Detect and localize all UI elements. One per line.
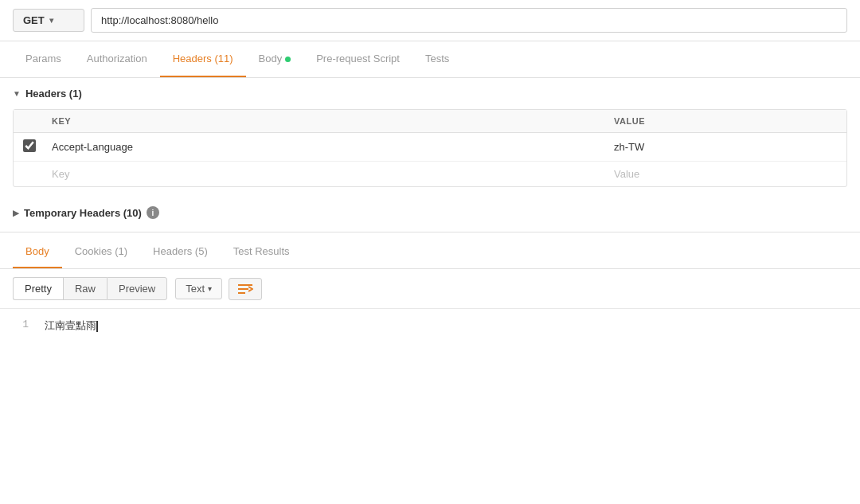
info-icon[interactable]: i [147,206,159,219]
method-chevron: ▾ [49,16,53,25]
row1-value[interactable]: zh-TW [614,141,837,153]
table-header-row: KEY VALUE [14,110,846,133]
format-dropdown[interactable]: Text ▾ [175,278,222,299]
row1-checkbox-cell [23,139,52,154]
resp-tab-headers[interactable]: Headers (5) [140,236,221,268]
row2-key-placeholder[interactable]: Key [52,168,614,180]
method-select[interactable]: GET ▾ [13,9,84,32]
row1-checkbox[interactable] [23,139,36,152]
code-text[interactable]: 江南壹點雨 [45,318,98,347]
col-header-value: VALUE [614,116,837,126]
row2-value-placeholder[interactable]: Value [614,168,837,180]
temp-headers-title: Temporary Headers (10) [24,207,142,219]
view-btn-raw[interactable]: Raw [63,277,107,300]
resp-tab-cookies[interactable]: Cookies (1) [62,236,140,268]
tab-params[interactable]: Params [13,41,74,77]
headers-section: ▼ Headers (1) KEY VALUE Accept-Language … [0,78,860,187]
line-numbers: 1 [13,318,29,347]
col-header-key: KEY [52,116,614,126]
temp-triangle: ▶ [13,209,19,217]
page-wrapper: GET ▾ Params Authorization Headers (11) … [0,0,860,504]
table-row-placeholder: Key Value [14,162,846,186]
headers-section-header[interactable]: ▼ Headers (1) [0,78,860,109]
resp-tab-body[interactable]: Body [13,236,62,268]
tab-tests[interactable]: Tests [412,41,462,77]
col-header-checkbox [23,116,52,126]
view-btn-preview[interactable]: Preview [107,277,167,300]
body-content: 1 江南壹點雨 [0,309,860,357]
wrap-button[interactable] [229,278,262,300]
request-tabs: Params Authorization Headers (11) Body P… [0,41,860,78]
temp-headers-section[interactable]: ▶ Temporary Headers (10) i [0,197,860,229]
resp-tab-test-results[interactable]: Test Results [221,236,303,268]
method-label: GET [23,14,45,26]
tab-headers[interactable]: Headers (11) [160,41,246,77]
tab-authorization[interactable]: Authorization [74,41,160,77]
response-tabs: Body Cookies (1) Headers (5) Test Result… [0,236,860,269]
headers-table: KEY VALUE Accept-Language zh-TW Key Valu… [13,109,847,187]
tab-pre-request[interactable]: Pre-request Script [303,41,412,77]
headers-section-title: Headers (1) [25,88,82,100]
view-controls: Pretty Raw Preview Text ▾ [0,269,860,309]
wrap-icon [237,283,253,295]
url-bar: GET ▾ [0,0,860,41]
row1-key[interactable]: Accept-Language [52,141,614,153]
body-dot [285,57,291,62]
collapse-triangle: ▼ [13,89,21,98]
url-input[interactable] [91,8,847,33]
response-area: Body Cookies (1) Headers (5) Test Result… [0,236,860,357]
tab-body[interactable]: Body [246,41,304,77]
text-cursor [96,320,98,332]
table-row: Accept-Language zh-TW [14,133,846,162]
view-btn-pretty[interactable]: Pretty [13,277,63,300]
format-chevron: ▾ [208,284,212,293]
format-label: Text [186,283,205,295]
section-divider [0,232,860,232]
